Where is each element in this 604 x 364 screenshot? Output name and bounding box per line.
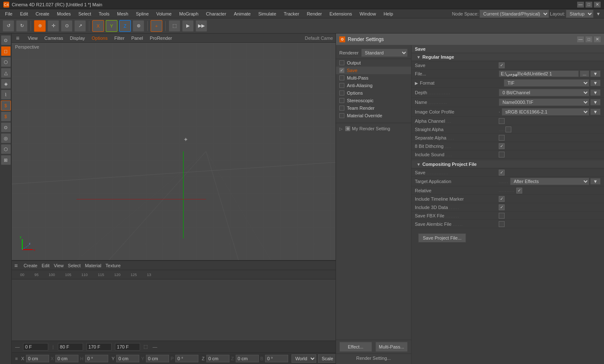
- menu-mograph[interactable]: MoGraph: [176, 10, 202, 17]
- color-profile-select[interactable]: sRGB IEC61966-2.1: [502, 108, 589, 116]
- viewport-cameras-menu[interactable]: Cameras: [43, 36, 65, 41]
- comp-save-checkbox[interactable]: ✓: [499, 170, 505, 176]
- select-tool-button[interactable]: ↗: [74, 20, 86, 32]
- x-coord-input[interactable]: [26, 355, 49, 362]
- relative-checkbox[interactable]: ✓: [516, 188, 522, 194]
- viewport-panel-menu[interactable]: Panel: [130, 36, 145, 41]
- dithering-checkbox[interactable]: ✓: [499, 143, 505, 149]
- rs-minimize-button[interactable]: —: [577, 36, 584, 42]
- save-menu-checkbox[interactable]: ✓: [339, 68, 344, 73]
- menu-spline[interactable]: Spline: [133, 10, 152, 17]
- material-texture-menu[interactable]: Texture: [106, 263, 121, 268]
- transport-end-frame[interactable]: [58, 343, 83, 351]
- left-tool-6[interactable]: ⌇: [1, 90, 11, 100]
- world-button[interactable]: ⊛: [133, 20, 144, 32]
- viewport-options-menu[interactable]: Options: [90, 36, 109, 41]
- rs-menu-save[interactable]: ✓ Save: [336, 67, 411, 74]
- material-material-menu[interactable]: Material: [85, 263, 101, 268]
- menu-create[interactable]: Create: [32, 10, 53, 17]
- options-checkbox[interactable]: [339, 90, 344, 96]
- left-tool-8[interactable]: $: [1, 111, 11, 121]
- left-tool-2[interactable]: ◻: [1, 46, 11, 56]
- color-profile-dropdown-button[interactable]: ▼: [590, 108, 601, 115]
- name-dropdown-button[interactable]: ▼: [590, 99, 601, 106]
- menu-modes[interactable]: Modes: [54, 10, 74, 17]
- viewport-filter-menu[interactable]: Filter: [112, 36, 126, 41]
- depth-dropdown-button[interactable]: ▼: [590, 89, 601, 96]
- rs-maximize-button[interactable]: □: [586, 36, 592, 42]
- multipass-checkbox[interactable]: [339, 75, 344, 80]
- save-checkbox[interactable]: ✓: [499, 62, 505, 68]
- menu-mesh[interactable]: Mesh: [114, 10, 132, 17]
- menu-help[interactable]: Help: [380, 10, 396, 17]
- rs-window-controls[interactable]: — □ ✕: [577, 36, 601, 42]
- menu-tools[interactable]: Tools: [95, 10, 113, 17]
- left-tool-3[interactable]: ⬡: [1, 57, 11, 67]
- rs-menu-multipass[interactable]: Multi-Pass: [336, 74, 411, 82]
- transport-fps[interactable]: [115, 343, 140, 351]
- name-select[interactable]: Name0000.TIF: [499, 98, 589, 106]
- rs-menu-output[interactable]: Output: [336, 59, 411, 67]
- render-view-button[interactable]: ▶: [182, 20, 194, 32]
- transport-total-frames[interactable]: [86, 343, 112, 351]
- rs-menu-teamrender[interactable]: Team Render: [336, 104, 411, 112]
- material-create-menu[interactable]: Create: [23, 263, 37, 268]
- x2-coord-input[interactable]: [55, 355, 78, 362]
- redo-button[interactable]: ↻: [16, 20, 28, 32]
- target-app-dropdown-button[interactable]: ▼: [590, 178, 601, 185]
- maximize-button[interactable]: □: [586, 2, 592, 8]
- depth-select[interactable]: 0 Bit/Channel: [499, 89, 589, 96]
- transport-current-frame[interactable]: [23, 343, 48, 351]
- file-path-input[interactable]: [499, 70, 579, 77]
- output-checkbox[interactable]: [339, 60, 344, 65]
- material-view-menu[interactable]: View: [54, 263, 64, 268]
- menu-simulate[interactable]: Simulate: [255, 10, 280, 17]
- timeline-marker-checkbox[interactable]: ✓: [499, 196, 505, 202]
- add-button[interactable]: +: [151, 20, 162, 32]
- world-select[interactable]: World: [292, 354, 316, 363]
- rotate-tool-button[interactable]: ⊙: [61, 20, 73, 32]
- y-axis-button[interactable]: Y: [106, 20, 117, 32]
- z2-coord-input[interactable]: [236, 355, 259, 362]
- left-tool-11[interactable]: ⬡: [1, 144, 11, 154]
- format-dropdown-button[interactable]: ▼: [590, 80, 601, 86]
- target-app-select[interactable]: After Effects: [510, 178, 589, 185]
- viewport-prorender-menu[interactable]: ProRender: [148, 36, 174, 41]
- timeline-tracks[interactable]: [12, 279, 336, 341]
- viewport-menu-icon[interactable]: ≡: [14, 35, 21, 41]
- undo-button[interactable]: ↺: [3, 20, 14, 32]
- left-tool-5[interactable]: ◈: [1, 79, 11, 89]
- move-tool-button[interactable]: ⊕: [34, 20, 46, 32]
- format-select[interactable]: TIF: [504, 79, 589, 87]
- title-bar-controls[interactable]: — □ ✕: [577, 2, 601, 8]
- render-setting-bar[interactable]: Render Setting...: [336, 354, 411, 362]
- viewport-display-menu[interactable]: Display: [68, 36, 86, 41]
- left-tool-1[interactable]: ⊙: [1, 35, 11, 45]
- render-region-button[interactable]: ⬚: [169, 20, 180, 32]
- b-coord-input[interactable]: [265, 355, 288, 362]
- coord-menu-icon[interactable]: ≡: [15, 356, 18, 361]
- menu-character[interactable]: Character: [203, 10, 229, 17]
- rs-menu-options[interactable]: Options: [336, 89, 411, 97]
- save-fbx-checkbox[interactable]: [499, 213, 505, 219]
- save-project-button[interactable]: Save Project File...: [418, 233, 466, 243]
- h-coord-input[interactable]: [85, 355, 108, 362]
- menu-tracker[interactable]: Tracker: [281, 10, 303, 17]
- stereoscopic-checkbox[interactable]: [339, 98, 344, 103]
- straight-alpha-checkbox[interactable]: [505, 126, 511, 132]
- file-dropdown-button[interactable]: ▼: [590, 70, 601, 77]
- menu-edit[interactable]: Edit: [17, 10, 31, 17]
- menu-volume[interactable]: Volume: [153, 10, 175, 17]
- teamrender-checkbox[interactable]: [339, 106, 344, 111]
- menu-window[interactable]: Window: [356, 10, 379, 17]
- close-button[interactable]: ✕: [594, 2, 601, 8]
- menu-extensions[interactable]: Extensions: [326, 10, 355, 17]
- left-tool-12[interactable]: ⊞: [1, 155, 11, 165]
- my-render-setting-row[interactable]: ▷ ⚙ My Render Setting: [336, 125, 411, 132]
- rs-main-scroll[interactable]: Save ▼ Regular Image Save ✓: [411, 45, 604, 364]
- rs-menu-stereoscopic[interactable]: Stereoscopic: [336, 97, 411, 104]
- scale-tool-button[interactable]: ✛: [47, 20, 59, 32]
- y-coord-input[interactable]: [116, 355, 139, 362]
- render-button[interactable]: ▶▶: [195, 20, 207, 32]
- antialiasing-checkbox[interactable]: [339, 83, 344, 88]
